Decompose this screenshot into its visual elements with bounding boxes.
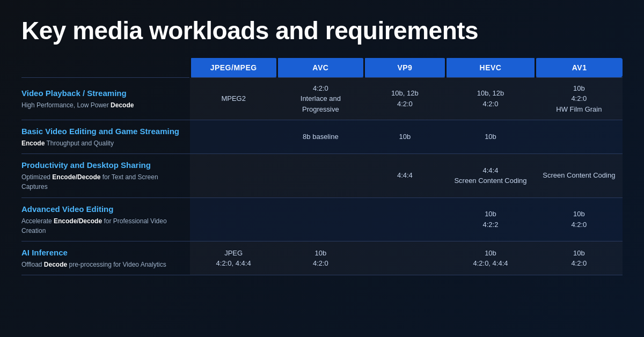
col-header-avc: AVC [277,58,364,77]
cell-basic-video-editing-hevc: 10b [445,120,535,154]
cell-video-playback-av1: 10b4:2:0HW Film Grain [536,77,623,120]
cell-video-playback-avc: 4:2:0Interlace and Progressive [277,77,364,120]
cell-ai-inference-vp9 [364,241,445,275]
cell-productivity-desktop-hevc: 4:4:4Screen Content Coding [445,154,535,197]
row-subtitle-basic-video-editing: Encode Throughput and Quality [21,140,114,147]
page-wrapper: Key media workloads and requirements JPE… [0,0,644,337]
cell-productivity-desktop-vp9: 4:4:4 [364,154,445,197]
table-row: Advanced Video EditingAccelerate Encode/… [21,197,623,241]
cell-productivity-desktop-avc [277,154,364,197]
cell-basic-video-editing-jpeg [190,120,277,154]
cell-advanced-video-editing-jpeg [190,197,277,241]
cell-ai-inference-avc: 10b4:2:0 [277,241,364,275]
cell-basic-video-editing-vp9: 10b [364,120,445,154]
row-title-basic-video-editing: Basic Video Editing and Game Streaming [21,126,186,137]
cell-video-playback-hevc: 10b, 12b4:2:0 [445,77,535,120]
cell-basic-video-editing-avc: 8b baseline [277,120,364,154]
row-label-advanced-video-editing: Advanced Video EditingAccelerate Encode/… [21,197,190,241]
cell-productivity-desktop-av1: Screen Content Coding [536,154,623,197]
page-title: Key media workloads and requirements [21,16,623,45]
cell-video-playback-vp9: 10b, 12b4:2:0 [364,77,445,120]
workloads-table: JPEG/MPEG AVC VP9 HEVC AV1 Video Playbac… [21,58,623,275]
row-label-ai-inference: AI InferenceOffload Decode pre-processin… [21,241,190,275]
table-row: Basic Video Editing and Game StreamingEn… [21,120,623,154]
cell-ai-inference-jpeg: JPEG4:2:0, 4:4:4 [190,241,277,275]
row-title-video-playback: Video Playback / Streaming [21,87,186,99]
table-row: AI InferenceOffload Decode pre-processin… [21,241,623,275]
row-subtitle-advanced-video-editing: Accelerate Encode/Decode for Professiona… [21,217,167,235]
table-row: Video Playback / StreamingHigh Performan… [21,77,623,120]
cell-advanced-video-editing-vp9 [364,197,445,241]
row-label-basic-video-editing: Basic Video Editing and Game StreamingEn… [21,120,190,154]
cell-basic-video-editing-av1 [536,120,623,154]
cell-ai-inference-hevc: 10b4:2:0, 4:4:4 [445,241,535,275]
row-title-advanced-video-editing: Advanced Video Editing [21,203,186,215]
col-header-jpeg: JPEG/MPEG [190,58,277,77]
row-title-productivity-desktop: Productivity and Desktop Sharing [21,159,186,171]
row-label-productivity-desktop: Productivity and Desktop SharingOptimize… [21,154,190,197]
cell-advanced-video-editing-avc [277,197,364,241]
cell-advanced-video-editing-hevc: 10b4:2:2 [445,197,535,241]
cell-productivity-desktop-jpeg [190,154,277,197]
row-subtitle-video-playback: High Performance, Low Power Decode [21,101,134,109]
row-label-video-playback: Video Playback / StreamingHigh Performan… [21,77,190,120]
cell-video-playback-jpeg: MPEG2 [190,77,277,120]
cell-advanced-video-editing-av1: 10b4:2:0 [536,197,623,241]
table-container: JPEG/MPEG AVC VP9 HEVC AV1 Video Playbac… [21,58,623,275]
col-header-empty [21,58,190,77]
row-subtitle-productivity-desktop: Optimized Encode/Decode for Text and Scr… [21,173,158,191]
table-row: Productivity and Desktop SharingOptimize… [21,154,623,197]
col-header-vp9: VP9 [364,58,445,77]
col-header-hevc: HEVC [445,58,535,77]
col-header-av1: AV1 [536,58,623,77]
row-subtitle-ai-inference: Offload Decode pre-processing for Video … [21,261,166,268]
cell-ai-inference-av1: 10b4:2:0 [536,241,623,275]
row-title-ai-inference: AI Inference [21,247,186,258]
